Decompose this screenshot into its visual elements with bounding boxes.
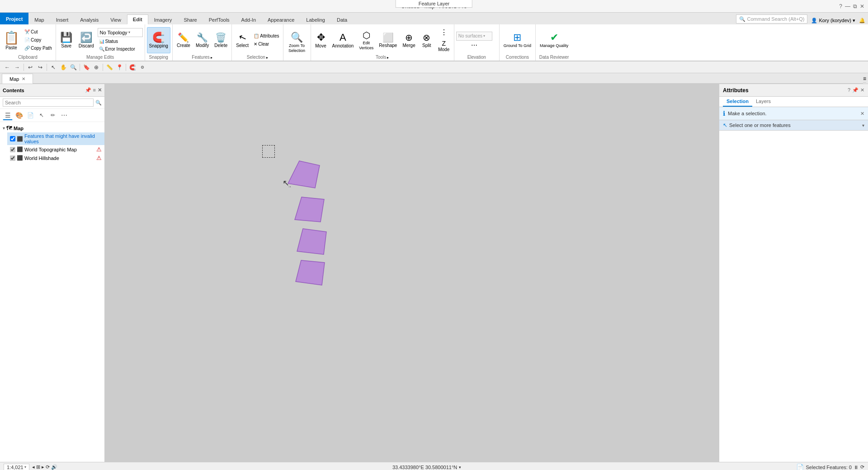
surfaces-dropdown[interactable]: No surfaces ▾ (456, 32, 492, 41)
tree-item-hillshade[interactable]: ⬛ World Hillshade ⚠ (7, 154, 104, 162)
nav-prev-icon[interactable]: ◂ (32, 464, 35, 470)
nav-rotate-icon[interactable]: ⟳ (46, 464, 50, 470)
save-button[interactable]: 💾 Save (58, 28, 75, 52)
error-inspector-button[interactable]: 🔍 Error Inspector (98, 46, 143, 52)
close-icon[interactable]: ✕ (860, 3, 864, 9)
delete-button[interactable]: 🗑️ Delete (212, 27, 230, 53)
select-button[interactable]: ↖ Select (234, 27, 251, 53)
goto-xy-btn[interactable]: ⊕ (92, 63, 101, 72)
bookmarks-btn[interactable]: 🔖 (82, 63, 91, 72)
discard-button[interactable]: ↩️ Discard (76, 28, 96, 52)
ct-more-btn[interactable]: ⋯ (59, 110, 69, 120)
features-expand-icon[interactable]: ▸ (211, 56, 212, 60)
tab-imagery[interactable]: Imagery (148, 14, 178, 24)
status-button[interactable]: 📊 Status (98, 38, 143, 45)
pan-tool-btn[interactable]: ✋ (59, 63, 68, 72)
search-input[interactable] (3, 99, 94, 107)
paste-button[interactable]: 📋 Paste (1, 27, 22, 53)
merge-button[interactable]: ⊕ Merge (400, 27, 417, 53)
create-button[interactable]: ✏️ Create (175, 27, 193, 53)
contents-menu-icon[interactable]: ≡ (93, 87, 96, 93)
tab-layers[interactable]: Layers (752, 97, 774, 107)
attributes-button[interactable]: 📋 Attributes (252, 32, 281, 40)
clear-button[interactable]: ✕ Clear (252, 40, 281, 48)
contents-pin-icon[interactable]: 📌 (85, 87, 91, 93)
snap-btn[interactable]: 🧲 (128, 63, 137, 72)
window-controls[interactable]: ? — ⧉ ✕ (839, 3, 864, 9)
attr-expand-arrow[interactable]: ▾ (862, 123, 864, 128)
attr-close-icon[interactable]: ✕ (860, 87, 864, 93)
coordinate-dropdown[interactable]: ▾ (459, 465, 461, 470)
tree-item-topo[interactable]: ⬛ World Topographic Map ⚠ (7, 145, 104, 154)
minimize-icon[interactable]: — (845, 3, 850, 9)
contents-close-icon[interactable]: ✕ (98, 87, 102, 93)
hillshade-checkbox[interactable] (10, 155, 15, 161)
back-button[interactable]: ← (3, 63, 12, 72)
tab-edit[interactable]: Edit (127, 14, 148, 24)
scale-selector[interactable]: 1:4,021 ▾ (4, 464, 29, 470)
explore-btn[interactable]: 📍 (115, 63, 124, 72)
contents-controls[interactable]: 📌 ≡ ✕ (85, 87, 102, 93)
modify-button[interactable]: 🔧 Modify (193, 27, 211, 53)
tab-labeling[interactable]: Labeling (300, 14, 331, 24)
copy-button[interactable]: 📄 Copy (23, 36, 54, 44)
cut-button[interactable]: ✂️ Cut (23, 28, 54, 36)
edit-vertices-button[interactable]: ⬡ EditVertices (357, 27, 376, 53)
selected-features-area[interactable]: 📄 Selected Features: 0 ⏸ ⟳ (796, 464, 864, 470)
user-profile[interactable]: 👤 Kory (korydev) ▾ (811, 18, 855, 24)
undo-button[interactable]: ↩ (26, 63, 35, 72)
info-close-icon[interactable]: ✕ (860, 111, 864, 117)
tab-data[interactable]: Data (331, 14, 353, 24)
search-btn-icon[interactable]: 🔍 (95, 100, 102, 106)
more-elevation-button[interactable]: ⋯ (456, 42, 492, 49)
tab-map[interactable]: Map (28, 14, 50, 24)
redo-button[interactable]: ↪ (36, 63, 45, 72)
map-tab-close[interactable]: ✕ (22, 76, 25, 81)
reshape-button[interactable]: ⬜ Reshape (377, 27, 399, 53)
tab-insert[interactable]: Insert (50, 14, 75, 24)
pause-icon[interactable]: ⏸ (854, 465, 859, 470)
ct-list-btn[interactable]: ☰ (3, 110, 13, 120)
more-tools-button[interactable]: ⋮ (439, 27, 448, 38)
mode-button[interactable]: Z Mode (436, 38, 452, 53)
attr-header-controls[interactable]: ? 📌 ✕ (848, 87, 864, 93)
map-tab[interactable]: Map ✕ (2, 74, 33, 84)
tab-analysis[interactable]: Analysis (74, 14, 104, 24)
layer-checkbox[interactable] (10, 136, 15, 141)
tab-project[interactable]: Project (0, 13, 28, 24)
tab-perftools[interactable]: PerfTools (203, 14, 236, 24)
command-search[interactable]: 🔍 Command Search (Alt+Q) (736, 14, 808, 24)
tree-item-features[interactable]: ⬛ Features that might have invalid value… (7, 132, 104, 145)
copy-path-button[interactable]: 🔗 Copy Path (23, 44, 54, 52)
tab-addin[interactable]: Add-In (236, 14, 262, 24)
tab-appearance[interactable]: Appearance (262, 14, 300, 24)
tree-item-map[interactable]: ▾ 🗺 Map (0, 124, 104, 132)
refresh-icon[interactable]: ⟳ (860, 464, 864, 470)
measure-btn[interactable]: 📏 (105, 63, 114, 72)
zoom-in-btn[interactable]: 🔍 (69, 63, 78, 72)
map-panel-controls[interactable]: ≡ (863, 75, 866, 83)
manage-quality-button[interactable]: ✔ Manage Quality (538, 27, 571, 53)
ct-edit-btn[interactable]: ✏ (48, 110, 58, 120)
more-snap-btn[interactable]: ⚙ (138, 63, 147, 72)
ct-select-btn[interactable]: ↖ (37, 110, 47, 120)
forward-button[interactable]: → (13, 63, 22, 72)
help-icon[interactable]: ? (839, 3, 842, 9)
ground-to-grid-button[interactable]: ⊞ Ground To Grid (501, 27, 533, 53)
attr-pin-icon[interactable]: 📌 (852, 87, 859, 93)
map-area[interactable]: ↖→ (105, 84, 719, 462)
tools-expand-icon[interactable]: ▸ (387, 56, 389, 60)
topology-dropdown[interactable]: No Topology ▾ (98, 28, 143, 37)
tab-selection[interactable]: Selection (723, 97, 752, 107)
select-tool-btn[interactable]: ↖ (49, 63, 58, 72)
zoom-selection-button[interactable]: 🔍 Zoom ToSelection (285, 29, 309, 56)
nav-next-icon[interactable]: ▸ (42, 464, 44, 470)
move-button[interactable]: ✥ Move (313, 27, 329, 53)
ct-source-btn[interactable]: 📄 (25, 110, 35, 120)
ct-drawing-btn[interactable]: 🎨 (14, 110, 24, 120)
attr-help-icon[interactable]: ? (848, 87, 850, 93)
annotation-button[interactable]: A Annotation (330, 27, 356, 53)
split-button[interactable]: ⊗ Split (419, 27, 435, 53)
snapping-button[interactable]: 🧲 Snapping (147, 27, 170, 53)
tab-share[interactable]: Share (178, 14, 203, 24)
